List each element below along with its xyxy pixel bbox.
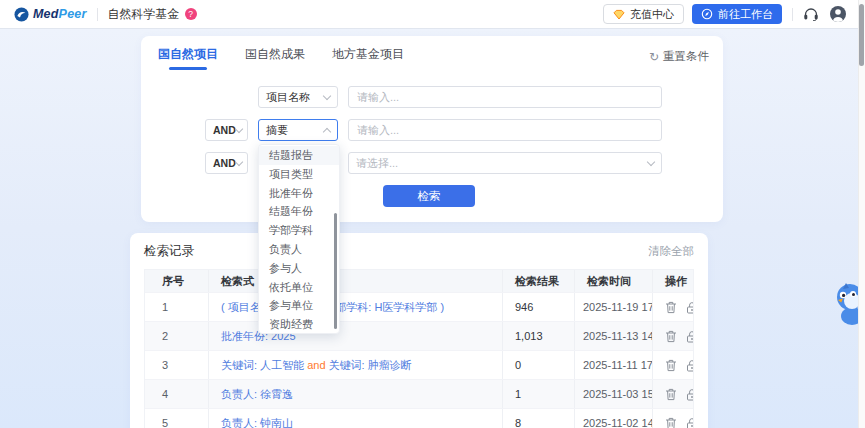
- dropdown-option[interactable]: 参与人: [259, 259, 339, 278]
- dropdown-option[interactable]: 项目类型: [259, 165, 339, 184]
- chevron-down-icon: [647, 157, 655, 165]
- field-dropdown-menu: 结题报告项目类型批准年份结题年份学部学科负责人参与人依托单位参与单位资助经费: [258, 144, 340, 334]
- dropdown-option[interactable]: 结题报告: [259, 146, 339, 165]
- result-count: 1,013: [503, 322, 575, 350]
- search-expression-link[interactable]: 负责人: 钟南山: [209, 409, 503, 428]
- dropdown-option[interactable]: 结题年份: [259, 202, 339, 221]
- search-time: 2025-11-13 14:53:08: [575, 322, 653, 350]
- result-count: 0: [503, 351, 575, 379]
- product-name: 自然科学基金: [108, 6, 180, 23]
- medpeer-logo[interactable]: MedPeer: [14, 7, 87, 22]
- compass-icon: [701, 8, 713, 20]
- search-time: 2025-11-11 17:54:15: [575, 351, 653, 379]
- page: MedPeer 自然科学基金 ? 充值中心 前往工作台: [0, 0, 865, 428]
- col-header-query: 检索式: [209, 270, 503, 292]
- delete-icon[interactable]: [665, 417, 677, 428]
- logo-text: MedPeer: [33, 7, 87, 21]
- support-headset-icon[interactable]: [803, 7, 819, 21]
- delete-icon[interactable]: [665, 359, 677, 372]
- operator-select-2[interactable]: AND: [205, 152, 248, 174]
- records-header: 检索记录 清除全部: [130, 233, 708, 260]
- records-title: 检索记录: [144, 243, 194, 260]
- navbar-right: 充值中心 前往工作台: [603, 4, 847, 24]
- lock-icon[interactable]: [686, 301, 693, 314]
- lock-icon[interactable]: [686, 359, 693, 372]
- row-actions: [653, 322, 693, 350]
- tab-nsfc-projects[interactable]: 国自然项目: [158, 46, 218, 70]
- avatar[interactable]: [829, 5, 847, 23]
- row-actions: [653, 293, 693, 321]
- recharge-label: 充值中心: [630, 7, 674, 22]
- workspace-label: 前往工作台: [718, 7, 773, 22]
- select-placeholder: 请选择...: [356, 156, 398, 171]
- row-index: 5: [145, 409, 209, 428]
- col-header-index: 序号: [145, 270, 209, 292]
- page-scrollbar[interactable]: [858, 0, 865, 428]
- value-select-3[interactable]: 请选择...: [348, 152, 662, 174]
- tab-label: 国自然项目: [158, 47, 218, 61]
- dropdown-option[interactable]: 依托单位: [259, 278, 339, 297]
- field-select-value: 摘要: [266, 123, 288, 138]
- dropdown-option[interactable]: 批准年份: [259, 184, 339, 203]
- operator-value: AND: [213, 157, 236, 169]
- chevron-down-icon: [323, 91, 331, 99]
- search-expression-link[interactable]: ( 项目名称: 肿瘤 and 学部学科: H医学科学部 ): [209, 293, 503, 321]
- search-button[interactable]: 检索: [383, 185, 475, 207]
- lock-icon[interactable]: [686, 388, 693, 401]
- expr-text: 负责人: 徐霄逸: [221, 388, 293, 400]
- expr-text: 负责人: 钟南山: [221, 417, 293, 428]
- search-row-2: AND 摘要: [141, 119, 723, 141]
- lock-icon[interactable]: [686, 417, 693, 428]
- result-count: 946: [503, 293, 575, 321]
- lock-icon[interactable]: [686, 330, 693, 343]
- tab-label: 地方基金项目: [332, 47, 404, 61]
- tab-nsfc-results[interactable]: 国自然成果: [245, 46, 305, 70]
- row-index: 4: [145, 380, 209, 408]
- dropdown-option[interactable]: 参与单位: [259, 296, 339, 315]
- table-row: 1( 项目名称: 肿瘤 and 学部学科: H医学科学部 )9462025-11…: [145, 292, 693, 321]
- delete-icon[interactable]: [665, 388, 677, 401]
- records-table: 序号 检索式 检索结果 检索时间 操作 1( 项目名称: 肿瘤 and 学部学科…: [144, 269, 694, 428]
- search-input-1[interactable]: [348, 86, 662, 108]
- dropdown-option[interactable]: 学部学科: [259, 221, 339, 240]
- delete-icon[interactable]: [665, 301, 677, 314]
- medpeer-logo-icon: [14, 7, 29, 22]
- help-badge[interactable]: ?: [185, 8, 197, 20]
- page-scrollbar-thumb[interactable]: [859, 4, 864, 66]
- tab-local-fund-projects[interactable]: 地方基金项目: [332, 46, 404, 70]
- search-expression-link[interactable]: 批准年份: 2025: [209, 322, 503, 350]
- table-row: 4负责人: 徐霄逸12025-11-03 15:57:10: [145, 379, 693, 408]
- expr-text: 关键词: 肿瘤诊断: [326, 359, 412, 371]
- expr-operator: and: [307, 359, 325, 371]
- delete-icon[interactable]: [665, 330, 677, 343]
- search-expression-link[interactable]: 负责人: 徐霄逸: [209, 380, 503, 408]
- top-navbar: MedPeer 自然科学基金 ? 充值中心 前往工作台: [0, 0, 865, 28]
- table-row: 2批准年份: 20251,0132025-11-13 14:53:08: [145, 321, 693, 350]
- row-index: 1: [145, 293, 209, 321]
- field-select-1[interactable]: 项目名称: [258, 86, 338, 108]
- search-time: 2025-11-19 17:36:11: [575, 293, 653, 321]
- nav-divider: [97, 8, 98, 21]
- dropdown-option[interactable]: 资助经费: [259, 315, 339, 334]
- field-select-2-open[interactable]: 摘要: [258, 119, 338, 141]
- dropdown-option[interactable]: 负责人: [259, 240, 339, 259]
- mascot-widget[interactable]: [832, 280, 858, 326]
- active-tab-underline: [169, 67, 207, 70]
- row-index: 2: [145, 322, 209, 350]
- result-count: 1: [503, 380, 575, 408]
- clear-all-button[interactable]: 清除全部: [648, 244, 694, 259]
- table-header-row: 序号 检索式 检索结果 检索时间 操作: [145, 270, 693, 292]
- chevron-up-icon: [323, 127, 331, 135]
- col-header-time: 检索时间: [575, 270, 653, 292]
- col-header-ops: 操作: [653, 270, 693, 292]
- search-records-panel: 检索记录 清除全部 序号 检索式 检索结果 检索时间 操作 1( 项目名称: 肿…: [130, 233, 708, 428]
- operator-select-1[interactable]: AND: [205, 119, 248, 141]
- field-select-value: 项目名称: [266, 90, 310, 105]
- dropdown-scrollbar-thumb[interactable]: [334, 213, 337, 329]
- recharge-button[interactable]: 充值中心: [603, 4, 684, 24]
- col-header-result: 检索结果: [503, 270, 575, 292]
- reset-conditions-button[interactable]: ↻ 重置条件: [649, 49, 709, 64]
- search-input-2[interactable]: [348, 119, 662, 141]
- workspace-button[interactable]: 前往工作台: [692, 4, 782, 24]
- search-expression-link[interactable]: 关键词: 人工智能 and 关键词: 肿瘤诊断: [209, 351, 503, 379]
